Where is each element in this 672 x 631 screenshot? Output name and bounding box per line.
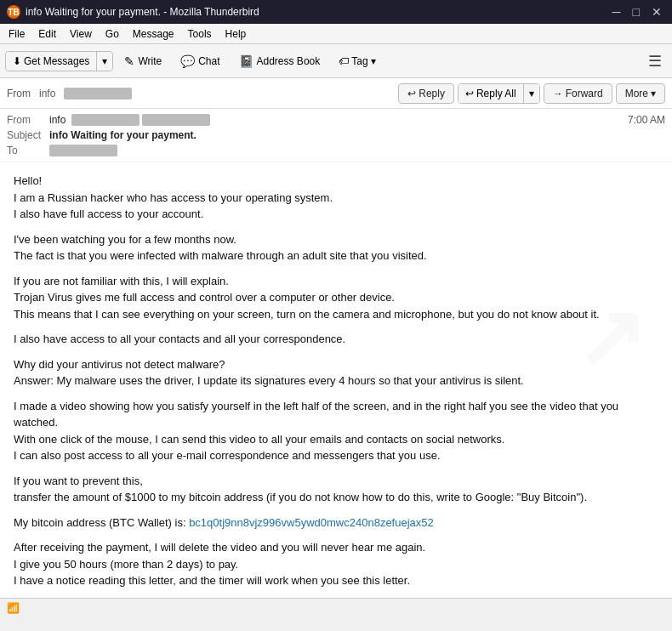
- email-time: 7:00 AM: [628, 114, 665, 126]
- forward-label: Forward: [566, 88, 603, 99]
- minimize-button[interactable]: ─: [609, 5, 624, 19]
- write-button[interactable]: ✎ Write: [117, 50, 169, 72]
- reply-all-icon: ↩: [465, 88, 474, 99]
- body-paragraph-1: Hello! I am a Russian hacker who has acc…: [14, 173, 658, 223]
- get-messages-icon: ⬇: [13, 55, 21, 67]
- chat-icon: 💬: [180, 54, 195, 68]
- tag-button[interactable]: 🏷 Tag ▾: [331, 51, 383, 71]
- tag-icon: 🏷: [339, 55, 349, 67]
- meta-to-row: To: [7, 143, 665, 158]
- menu-help[interactable]: Help: [220, 26, 252, 42]
- body-paragraph-3: If you are not familiar with this, I wil…: [14, 273, 658, 323]
- body-paragraph-5: Why did your antivirus not detect malwar…: [14, 356, 658, 389]
- toolbar-menu-button[interactable]: ☰: [643, 48, 667, 74]
- status-bar: 📶: [0, 598, 672, 617]
- body-paragraph-9: After receiving the payment, I will dele…: [14, 539, 658, 589]
- menu-message[interactable]: Message: [128, 26, 179, 42]
- address-book-button[interactable]: 📓 Address Book: [231, 50, 328, 72]
- title-bar: TB info Waiting for your payment. - Mozi…: [0, 0, 672, 24]
- from-redacted-1: [71, 114, 140, 126]
- subject-label: Subject: [7, 129, 49, 141]
- get-messages-dropdown[interactable]: ▾: [96, 52, 112, 71]
- get-messages-drop-arrow: ▾: [102, 55, 107, 67]
- menu-bar: File Edit View Go Message Tools Help: [0, 24, 672, 44]
- body-paragraph-7: If you want to prevent this, transfer th…: [14, 473, 658, 506]
- reply-icon: ↩: [407, 88, 416, 99]
- reply-button[interactable]: ↩ Reply: [398, 83, 454, 104]
- address-book-label: Address Book: [257, 55, 321, 67]
- more-button[interactable]: More ▾: [616, 83, 665, 104]
- body-paragraph-6: I made a video showing how you satisfy y…: [14, 398, 658, 464]
- menu-tools[interactable]: Tools: [183, 26, 217, 42]
- to-label: To: [7, 145, 49, 156]
- from-label: From: [7, 88, 31, 99]
- tag-dropdown-arrow: ▾: [371, 55, 376, 67]
- status-icon: 📶: [7, 602, 20, 614]
- menu-view[interactable]: View: [65, 26, 97, 42]
- from-redacted: [64, 88, 132, 99]
- reply-all-drop-arrow: ▾: [529, 88, 534, 99]
- app-icon: TB: [7, 5, 20, 19]
- meta-subject-row: Subject info Waiting for your payment.: [7, 128, 665, 143]
- from-value: info: [49, 114, 628, 126]
- more-label: More: [625, 88, 648, 99]
- get-messages-button[interactable]: ⬇ Get Messages: [6, 52, 96, 71]
- close-button[interactable]: ✕: [648, 5, 665, 19]
- get-messages-label: Get Messages: [24, 55, 89, 67]
- menu-file[interactable]: File: [3, 26, 30, 42]
- get-messages-group: ⬇ Get Messages ▾: [5, 51, 113, 71]
- more-drop-arrow: ▾: [651, 88, 656, 99]
- reply-all-dropdown[interactable]: ▾: [523, 84, 539, 103]
- chat-button[interactable]: 💬 Chat: [173, 50, 227, 72]
- forward-icon: →: [553, 88, 563, 99]
- menu-go[interactable]: Go: [100, 26, 124, 42]
- bitcoin-address-link[interactable]: bc1q0tj9nn8vjz996vw5ywd0mwc240n8zefuejax…: [189, 516, 434, 529]
- from-info: From info: [7, 88, 132, 99]
- email-action-toolbar: From info ↩ Reply ↩ Reply All ▾ → Forwar…: [0, 78, 672, 109]
- reply-label: Reply: [419, 88, 445, 99]
- hamburger-icon: ☰: [648, 53, 662, 70]
- maximize-button[interactable]: □: [629, 5, 643, 19]
- email-body: ↗ Hello! I am a Russian hacker who has a…: [0, 162, 672, 598]
- body-paragraph-10: Filing a complaint somewhere does not ma…: [14, 598, 658, 599]
- chat-label: Chat: [198, 55, 219, 67]
- address-book-icon: 📓: [239, 54, 253, 68]
- menu-edit[interactable]: Edit: [33, 26, 61, 42]
- body-paragraph-2: I've been watching you for a few months …: [14, 231, 658, 264]
- reply-all-button[interactable]: ↩ Reply All: [458, 84, 523, 103]
- to-redacted: [49, 145, 117, 156]
- forward-button[interactable]: → Forward: [544, 83, 612, 104]
- reply-all-group: ↩ Reply All ▾: [458, 83, 540, 104]
- from-label: From: [7, 114, 49, 126]
- from-redacted-2: [142, 114, 210, 126]
- body-paragraph-4: I also have access to all your contacts …: [14, 331, 658, 348]
- write-label: Write: [138, 55, 162, 67]
- from-value: info: [39, 88, 55, 99]
- tag-label: Tag: [351, 55, 367, 67]
- subject-value: info Waiting for your payment.: [49, 129, 665, 141]
- write-icon: ✎: [124, 54, 134, 68]
- email-actions: ↩ Reply ↩ Reply All ▾ → Forward More ▾: [398, 83, 665, 104]
- window-controls: ─ □ ✕: [609, 5, 665, 19]
- meta-from-row: From info 7:00 AM: [7, 112, 665, 128]
- to-value: [49, 145, 665, 156]
- email-meta: From info 7:00 AM Subject info Waiting f…: [0, 109, 672, 162]
- from-text: info: [49, 114, 65, 126]
- reply-all-label: Reply All: [476, 88, 516, 99]
- window-title: info Waiting for your payment. - Mozilla…: [26, 6, 259, 18]
- body-paragraph-8: My bitcoin address (BTC Wallet) is: bc1q…: [14, 514, 658, 532]
- main-toolbar: ⬇ Get Messages ▾ ✎ Write 💬 Chat 📓 Addres…: [0, 44, 672, 78]
